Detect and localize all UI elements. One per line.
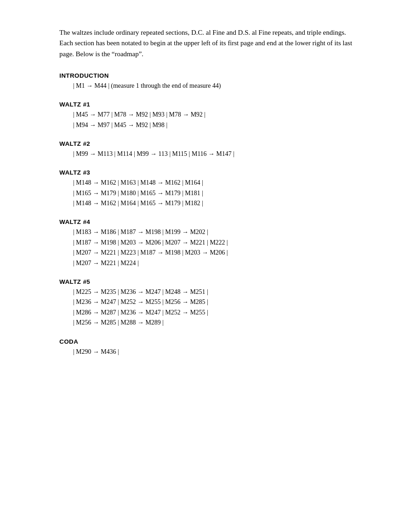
section-title-waltz3: WALTZ #3 (59, 169, 361, 176)
section-line-waltz3-0: | M148 → M162 | M163 | M148 → M162 | M16… (73, 178, 361, 188)
intro-paragraph: The waltzes include ordinary repeated se… (59, 27, 361, 59)
section-line-waltz5-0: | M225 → M235 | M236 → M247 | M248 → M25… (73, 287, 361, 297)
section-lines-coda: | M290 → M436 | (59, 347, 361, 357)
section-line-waltz5-2: | M286 → M287 | M236 → M247 | M252 → M25… (73, 308, 361, 318)
section-line-waltz4-2: | M207 → M221 | M223 | M187 → M198 | M20… (73, 248, 361, 258)
section-lines-waltz5: | M225 → M235 | M236 → M247 | M248 → M25… (59, 287, 361, 328)
section-waltz4: WALTZ #4| M183 → M186 | M187 → M198 | M1… (59, 218, 361, 268)
section-title-waltz5: WALTZ #5 (59, 278, 361, 285)
section-introduction: INTRODUCTION| M1 → M44 | (measure 1 thro… (59, 72, 361, 91)
section-lines-waltz1: | M45 → M77 | M78 → M92 | M93 | M78 → M9… (59, 110, 361, 130)
section-coda: CODA| M290 → M436 | (59, 338, 361, 357)
section-line-waltz4-3: | M207 → M221 | M224 | (73, 258, 361, 268)
section-line-waltz3-1: | M165 → M179 | M180 | M165 → M179 | M18… (73, 188, 361, 198)
section-lines-waltz4: | M183 → M186 | M187 → M198 | M199 → M20… (59, 227, 361, 268)
section-title-waltz4: WALTZ #4 (59, 218, 361, 225)
section-title-introduction: INTRODUCTION (59, 72, 361, 79)
section-lines-introduction: | M1 → M44 | (measure 1 through the end … (59, 81, 361, 91)
section-waltz3: WALTZ #3| M148 → M162 | M163 | M148 → M1… (59, 169, 361, 208)
section-lines-waltz3: | M148 → M162 | M163 | M148 → M162 | M16… (59, 178, 361, 208)
section-lines-waltz2: | M99 → M113 | M114 | M99 → 113 | M115 |… (59, 149, 361, 159)
section-waltz2: WALTZ #2| M99 → M113 | M114 | M99 → 113 … (59, 140, 361, 159)
section-line-waltz3-2: | M148 → M162 | M164 | M165 → M179 | M18… (73, 198, 361, 208)
section-title-coda: CODA (59, 338, 361, 345)
section-line-waltz1-0: | M45 → M77 | M78 → M92 | M93 | M78 → M9… (73, 110, 361, 120)
section-line-introduction-0: | M1 → M44 | (measure 1 through the end … (73, 81, 361, 91)
section-waltz1: WALTZ #1| M45 → M77 | M78 → M92 | M93 | … (59, 101, 361, 130)
section-line-waltz2-0: | M99 → M113 | M114 | M99 → 113 | M115 |… (73, 149, 361, 159)
section-title-waltz2: WALTZ #2 (59, 140, 361, 147)
section-line-waltz4-1: | M187 → M198 | M203 → M206 | M207 → M22… (73, 238, 361, 248)
section-line-coda-0: | M290 → M436 | (73, 347, 361, 357)
section-line-waltz5-1: | M236 → M247 | M252 → M255 | M256 → M28… (73, 297, 361, 307)
section-line-waltz4-0: | M183 → M186 | M187 → M198 | M199 → M20… (73, 227, 361, 237)
sections-container: INTRODUCTION| M1 → M44 | (measure 1 thro… (59, 72, 361, 357)
page: The waltzes include ordinary repeated se… (0, 0, 411, 532)
section-waltz5: WALTZ #5| M225 → M235 | M236 → M247 | M2… (59, 278, 361, 328)
section-line-waltz5-3: | M256 → M285 | M288 → M289 | (73, 318, 361, 328)
section-title-waltz1: WALTZ #1 (59, 101, 361, 108)
section-line-waltz1-1: | M94 → M97 | M45 → M92 | M98 | (73, 120, 361, 130)
